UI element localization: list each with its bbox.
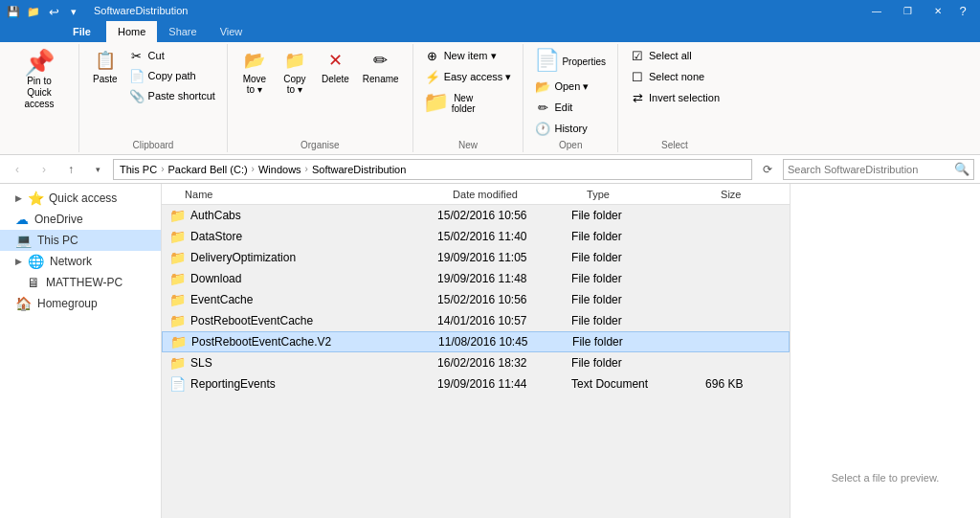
edit-button[interactable]: ✏ Edit bbox=[531, 98, 576, 117]
qa-undo[interactable]: ↩ bbox=[44, 3, 63, 20]
copy-to-button[interactable]: 📁 Copyto ▾ bbox=[276, 46, 314, 98]
history-button[interactable]: 🕐 History bbox=[531, 119, 590, 138]
this-pc-icon: 💻 bbox=[15, 233, 32, 248]
forward-button[interactable]: › bbox=[33, 159, 56, 180]
file-name: ReportingEvents bbox=[190, 377, 276, 391]
select-none-label: Select none bbox=[649, 71, 704, 82]
sidebar: ▶ ⭐ Quick access ☁ OneDrive 💻 This PC ▶ … bbox=[0, 184, 162, 518]
qa-down[interactable]: ▾ bbox=[64, 3, 83, 20]
path-sep-1: › bbox=[161, 164, 164, 174]
file-type-cell: File folder bbox=[565, 335, 699, 349]
sidebar-item-quick-access[interactable]: ▶ ⭐ Quick access bbox=[0, 188, 161, 209]
help-button[interactable]: ? bbox=[953, 0, 972, 21]
select-group-label: Select bbox=[661, 138, 688, 152]
new-item-button[interactable]: ⊕ New item ▾ bbox=[421, 46, 501, 65]
delete-button[interactable]: ✕ Delete bbox=[316, 46, 355, 87]
paste-shortcut-button[interactable]: 📎 Paste shortcut bbox=[125, 86, 219, 105]
window-title: SoftwareDistribution bbox=[94, 5, 188, 16]
folder-icon: 📁 bbox=[169, 313, 185, 328]
close-button[interactable]: ✕ bbox=[923, 0, 953, 21]
table-row[interactable]: 📁 DeliveryOptimization 19/09/2016 11:05 … bbox=[162, 247, 790, 268]
new-group-label: New bbox=[458, 138, 478, 152]
table-row[interactable]: 📁 SLS 16/02/2016 18:32 File folder bbox=[162, 352, 790, 373]
copy-to-label: Copyto ▾ bbox=[283, 74, 305, 95]
tab-view[interactable]: View bbox=[209, 21, 255, 42]
invert-selection-button[interactable]: ⇄ Invert selection bbox=[626, 88, 724, 107]
file-name: DeliveryOptimization bbox=[190, 251, 296, 264]
address-path[interactable]: This PC › Packard Bell (C:) › Windows › … bbox=[113, 159, 752, 180]
cut-button[interactable]: ✂ Cut bbox=[125, 46, 219, 65]
copy-to-icon: 📁 bbox=[283, 49, 306, 72]
table-row[interactable]: 📁 DataStore 15/02/2016 11:40 File folder bbox=[162, 226, 790, 247]
recent-locations-button[interactable]: ▾ bbox=[86, 159, 109, 180]
paste-button[interactable]: 📋 Paste bbox=[87, 46, 123, 87]
file-name-cell: 📁 SLS bbox=[162, 355, 430, 371]
select-none-icon: ☐ bbox=[630, 69, 645, 84]
file-date-cell: 19/09/2016 11:48 bbox=[430, 272, 564, 285]
file-date-cell: 14/01/2016 10:57 bbox=[430, 314, 564, 327]
col-header-name[interactable]: Name bbox=[177, 186, 445, 203]
rename-button[interactable]: ✏ Rename bbox=[357, 46, 405, 87]
select-all-button[interactable]: ☑ Select all bbox=[626, 46, 696, 65]
open-button[interactable]: 📂 Open ▾ bbox=[531, 77, 592, 96]
quick-access-toolbar: 💾 📁 ↩ ▾ bbox=[4, 3, 83, 20]
sidebar-item-this-pc[interactable]: 💻 This PC bbox=[0, 230, 161, 251]
easy-access-button[interactable]: ⚡ Easy access ▾ bbox=[421, 67, 516, 86]
col-header-size[interactable]: Size bbox=[713, 186, 790, 203]
move-to-button[interactable]: 📂 Moveto ▾ bbox=[235, 46, 274, 98]
group-organise: 📂 Moveto ▾ 📁 Copyto ▾ ✕ Delete ✏ Rename … bbox=[228, 44, 413, 152]
ribbon-tabs: Home File Share View bbox=[0, 21, 980, 42]
file-date-cell: 15/02/2016 11:40 bbox=[430, 230, 564, 243]
table-row[interactable]: 📁 Download 19/09/2016 11:48 File folder bbox=[162, 268, 790, 289]
move-to-label: Moveto ▾ bbox=[243, 74, 266, 95]
search-box: 🔍 bbox=[783, 159, 974, 180]
new-folder-label: Newfolder bbox=[452, 93, 476, 114]
file-list-header: Name Date modified Type Size bbox=[162, 184, 790, 205]
path-sep-3: › bbox=[305, 164, 308, 174]
file-type-cell: File folder bbox=[564, 209, 698, 222]
copy-path-button[interactable]: 📄 Copy path bbox=[125, 66, 219, 85]
file-date-cell: 15/02/2016 10:56 bbox=[430, 293, 564, 306]
open-group-label: Open bbox=[559, 138, 582, 152]
properties-button[interactable]: 📄 Properties bbox=[531, 46, 610, 75]
col-header-type[interactable]: Type bbox=[579, 186, 713, 203]
rename-label: Rename bbox=[363, 74, 399, 84]
select-none-button[interactable]: ☐ Select none bbox=[626, 67, 708, 86]
table-row[interactable]: 📁 PostRebootEventCache 14/01/2016 10:57 … bbox=[162, 310, 790, 331]
organise-group-label: Organise bbox=[301, 138, 340, 152]
file-type-cell: Text Document bbox=[564, 377, 698, 391]
invert-selection-icon: ⇄ bbox=[630, 90, 645, 105]
pin-quick-access-button[interactable]: 📌 Pin to Quickaccess bbox=[8, 46, 71, 114]
sidebar-item-matthew-pc[interactable]: 🖥 MATTHEW-PC bbox=[0, 272, 161, 293]
tab-home[interactable]: Home bbox=[106, 21, 157, 42]
search-input[interactable] bbox=[788, 164, 954, 175]
folder-icon: 📁 bbox=[169, 271, 185, 286]
tab-share[interactable]: Share bbox=[157, 21, 208, 42]
document-icon: 📄 bbox=[169, 376, 185, 392]
sidebar-item-homegroup[interactable]: 🏠 Homegroup bbox=[0, 293, 161, 314]
table-row[interactable]: 📁 AuthCabs 15/02/2016 10:56 File folder bbox=[162, 205, 790, 226]
up-button[interactable]: ↑ bbox=[59, 159, 82, 180]
new-folder-button[interactable]: 📁 Newfolder bbox=[421, 88, 479, 117]
sidebar-item-network[interactable]: ▶ 🌐 Network bbox=[0, 251, 161, 272]
file-name: PostRebootEventCache bbox=[190, 314, 313, 327]
file-name: PostRebootEventCache.V2 bbox=[191, 335, 331, 349]
delete-label: Delete bbox=[322, 74, 349, 84]
table-row[interactable]: 📄 ReportingEvents 19/09/2016 11:44 Text … bbox=[162, 373, 790, 394]
table-row[interactable]: 📁 PostRebootEventCache.V2 11/08/2016 10:… bbox=[162, 331, 790, 352]
maximize-button[interactable]: ❐ bbox=[892, 0, 923, 21]
minimize-button[interactable]: — bbox=[861, 0, 892, 21]
qa-folder[interactable]: 📁 bbox=[24, 3, 43, 20]
table-row[interactable]: 📁 EventCache 15/02/2016 10:56 File folde… bbox=[162, 289, 790, 310]
history-icon: 🕐 bbox=[535, 121, 550, 136]
file-name-cell: 📄 ReportingEvents bbox=[162, 376, 430, 392]
copy-path-icon: 📄 bbox=[129, 68, 145, 83]
back-button[interactable]: ‹ bbox=[6, 159, 29, 180]
refresh-button[interactable]: ⟳ bbox=[756, 159, 779, 180]
sidebar-item-onedrive[interactable]: ☁ OneDrive bbox=[0, 209, 161, 230]
paste-label: Paste bbox=[93, 74, 118, 84]
qa-save[interactable]: 💾 bbox=[4, 3, 23, 20]
col-header-date[interactable]: Date modified bbox=[445, 186, 579, 203]
tab-file[interactable]: File bbox=[57, 21, 106, 42]
search-icon[interactable]: 🔍 bbox=[954, 162, 969, 176]
